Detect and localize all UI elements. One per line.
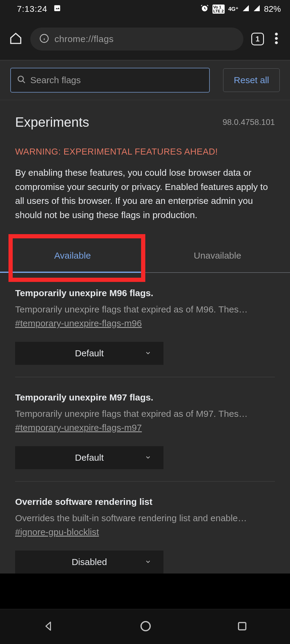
alarm-icon bbox=[200, 4, 209, 15]
search-icon bbox=[17, 75, 26, 85]
flag-item: Override software rendering list Overrid… bbox=[15, 482, 275, 574]
flag-list: Temporarily unexpire M96 flags. Temporar… bbox=[0, 273, 290, 574]
status-time: 7:13:24 bbox=[17, 4, 47, 14]
browser-toolbar: chrome://flags 1 bbox=[0, 18, 290, 60]
flag-dropdown-value: Disabled bbox=[72, 557, 107, 567]
android-status-bar: 7:13:24 Vo 1LTE 2 4G⁺ 82% bbox=[0, 0, 290, 18]
tab-available[interactable]: Available bbox=[0, 239, 145, 273]
flag-title: Temporarily unexpire M96 flags. bbox=[15, 288, 275, 298]
chrome-version: 98.0.4758.101 bbox=[222, 118, 275, 127]
svg-rect-0 bbox=[54, 5, 61, 11]
svg-rect-11 bbox=[239, 623, 246, 630]
flag-description: Overrides the built-in software renderin… bbox=[15, 513, 275, 523]
signal-icon-2 bbox=[253, 4, 260, 14]
chevron-down-icon bbox=[145, 557, 151, 567]
search-input[interactable] bbox=[30, 75, 203, 85]
flag-dropdown-value: Default bbox=[75, 348, 104, 358]
flag-tabs: Available Unavailable bbox=[0, 239, 290, 273]
flag-anchor-link[interactable]: #temporary-unexpire-flags-m96 bbox=[15, 318, 142, 329]
recents-button[interactable] bbox=[237, 621, 248, 633]
flags-page: Reset all Experiments 98.0.4758.101 WARN… bbox=[0, 60, 290, 574]
android-nav-bar bbox=[0, 609, 290, 644]
signal-icon bbox=[242, 4, 249, 14]
site-info-icon[interactable] bbox=[39, 34, 49, 44]
address-bar[interactable]: chrome://flags bbox=[30, 28, 243, 51]
volte-icon: Vo 1LTE 2 bbox=[213, 5, 225, 14]
warning-body: By enabling these features, you could lo… bbox=[0, 157, 290, 234]
flag-description: Temporarily unexpire flags that expired … bbox=[15, 409, 275, 419]
svg-point-8 bbox=[18, 76, 24, 82]
svg-line-9 bbox=[23, 81, 25, 83]
home-icon[interactable] bbox=[9, 32, 22, 46]
warning-heading: WARNING: EXPERIMENTAL FEATURES AHEAD! bbox=[0, 136, 290, 157]
flag-dropdown[interactable]: Disabled bbox=[15, 551, 163, 574]
flag-anchor-link[interactable]: #temporary-unexpire-flags-m97 bbox=[15, 423, 142, 433]
flag-dropdown[interactable]: Default bbox=[15, 446, 163, 469]
status-battery: 82% bbox=[264, 4, 281, 14]
flag-item: Temporarily unexpire M97 flags. Temporar… bbox=[15, 377, 275, 482]
tab-count: 1 bbox=[255, 35, 259, 43]
flag-item: Temporarily unexpire M96 flags. Temporar… bbox=[15, 273, 275, 377]
svg-point-5 bbox=[275, 33, 278, 36]
search-flags-box[interactable] bbox=[10, 68, 210, 93]
signal-4g-icon: 4G⁺ bbox=[228, 6, 239, 12]
flag-dropdown[interactable]: Default bbox=[15, 342, 163, 365]
flag-description: Temporarily unexpire flags that expired … bbox=[15, 304, 275, 315]
chevron-down-icon bbox=[145, 453, 151, 463]
back-button[interactable] bbox=[42, 620, 54, 633]
flag-anchor-link[interactable]: #ignore-gpu-blocklist bbox=[15, 527, 99, 537]
flag-title: Override software rendering list bbox=[15, 497, 275, 507]
flag-title: Temporarily unexpire M97 flags. bbox=[15, 392, 275, 403]
tab-switcher-button[interactable]: 1 bbox=[251, 33, 264, 45]
flag-dropdown-value: Default bbox=[75, 453, 104, 463]
svg-point-10 bbox=[141, 622, 150, 631]
svg-point-7 bbox=[275, 41, 278, 44]
overflow-menu-icon[interactable] bbox=[272, 33, 281, 45]
tab-unavailable[interactable]: Unavailable bbox=[145, 239, 290, 273]
image-icon bbox=[53, 4, 61, 14]
svg-point-6 bbox=[275, 37, 278, 40]
home-button[interactable] bbox=[140, 620, 152, 633]
address-bar-text: chrome://flags bbox=[54, 34, 114, 44]
page-title: Experiments bbox=[15, 115, 89, 130]
reset-all-button[interactable]: Reset all bbox=[223, 68, 280, 92]
chevron-down-icon bbox=[145, 348, 151, 358]
